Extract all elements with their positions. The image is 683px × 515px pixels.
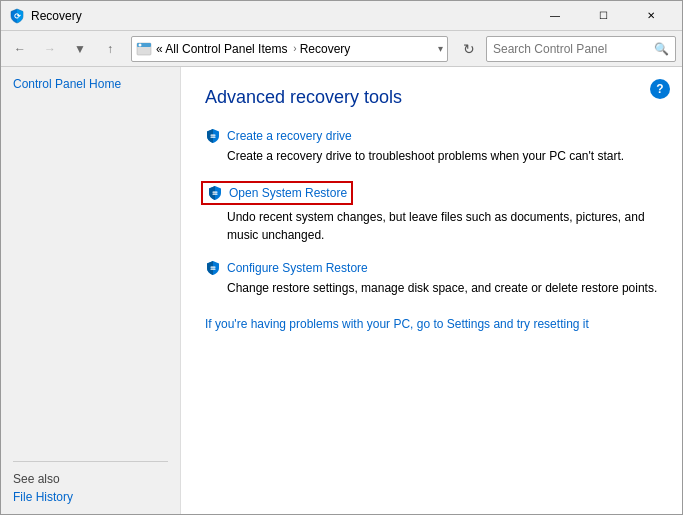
main-panel: ? Advanced recovery tools Create a recov… — [181, 67, 682, 514]
help-button[interactable]: ? — [650, 79, 670, 99]
search-input[interactable] — [493, 42, 654, 56]
shield-icon-3 — [205, 260, 221, 276]
shield-icon-2 — [207, 185, 223, 201]
refresh-button[interactable]: ↻ — [456, 36, 482, 62]
create-recovery-drive-item: Create a recovery drive Create a recover… — [205, 128, 658, 165]
open-system-restore-link[interactable]: Open System Restore — [229, 186, 347, 200]
open-system-restore-item: Open System Restore Undo recent system c… — [205, 181, 658, 244]
see-also-label: See also — [13, 472, 168, 486]
control-panel-home-link[interactable]: Control Panel Home — [13, 77, 168, 91]
address-current: Recovery — [300, 42, 434, 56]
open-system-restore-desc: Undo recent system changes, but leave fi… — [227, 208, 658, 244]
open-system-restore-row: Open System Restore — [205, 181, 658, 205]
address-icon — [136, 41, 152, 57]
svg-rect-8 — [211, 267, 216, 268]
create-recovery-drive-row: Create a recovery drive — [205, 128, 658, 144]
see-also-section: See also File History — [13, 461, 168, 504]
file-history-link[interactable]: File History — [13, 490, 73, 504]
main-window: ⟳ Recovery — ☐ ✕ ← → ▼ ↑ « All Control P… — [0, 0, 683, 515]
configure-system-restore-desc: Change restore settings, manage disk spa… — [227, 279, 658, 297]
window-icon: ⟳ — [9, 8, 25, 24]
configure-system-restore-link[interactable]: Configure System Restore — [227, 261, 368, 275]
up-button[interactable]: ↑ — [97, 36, 123, 62]
navigation-bar: ← → ▼ ↑ « All Control Panel Items › Reco… — [1, 31, 682, 67]
back-button[interactable]: ← — [7, 36, 33, 62]
forward-button[interactable]: → — [37, 36, 63, 62]
title-bar-controls: — ☐ ✕ — [532, 1, 674, 31]
address-separator: › — [293, 43, 296, 54]
section-title: Advanced recovery tools — [205, 87, 658, 108]
search-box[interactable]: 🔍 — [486, 36, 676, 62]
reset-pc-link[interactable]: If you're having problems with your PC, … — [205, 317, 658, 331]
address-bar[interactable]: « All Control Panel Items › Recovery ▾ — [131, 36, 448, 62]
address-dropdown-arrow[interactable]: ▾ — [438, 43, 443, 54]
recent-locations-button[interactable]: ▼ — [67, 36, 93, 62]
svg-text:⟳: ⟳ — [14, 12, 21, 21]
svg-rect-7 — [213, 194, 218, 195]
svg-rect-4 — [211, 135, 216, 136]
close-button[interactable]: ✕ — [628, 1, 674, 31]
svg-rect-5 — [211, 137, 216, 138]
configure-system-restore-item: Configure System Restore Change restore … — [205, 260, 658, 297]
create-recovery-drive-desc: Create a recovery drive to troubleshoot … — [227, 147, 658, 165]
svg-point-3 — [139, 43, 142, 46]
svg-rect-9 — [211, 269, 216, 270]
search-icon: 🔍 — [654, 42, 669, 56]
sidebar: Control Panel Home See also File History — [1, 67, 181, 514]
highlighted-box: Open System Restore — [201, 181, 353, 205]
content-area: Control Panel Home See also File History… — [1, 67, 682, 514]
minimize-button[interactable]: — — [532, 1, 578, 31]
shield-icon-1 — [205, 128, 221, 144]
window-title: Recovery — [31, 9, 532, 23]
configure-system-restore-row: Configure System Restore — [205, 260, 658, 276]
title-bar: ⟳ Recovery — ☐ ✕ — [1, 1, 682, 31]
address-prefix: « All Control Panel Items — [156, 42, 290, 56]
maximize-button[interactable]: ☐ — [580, 1, 626, 31]
create-recovery-drive-link[interactable]: Create a recovery drive — [227, 129, 352, 143]
svg-rect-6 — [213, 192, 218, 193]
